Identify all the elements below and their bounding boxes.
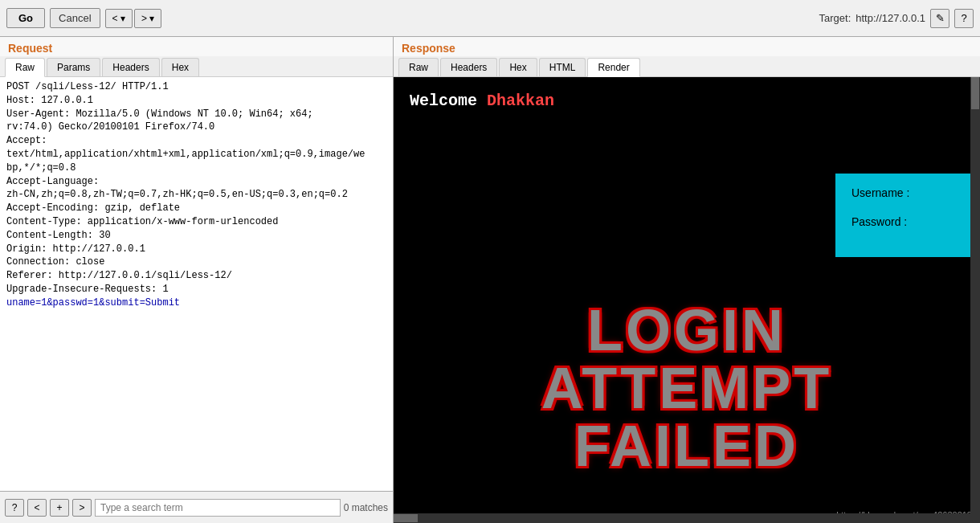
request-tab-bar: Raw Params Headers Hex xyxy=(0,56,393,77)
response-title: Response xyxy=(394,37,980,56)
tab-response-raw[interactable]: Raw xyxy=(398,58,439,76)
target-label: Target: xyxy=(819,12,851,24)
go-button[interactable]: Go xyxy=(6,8,45,28)
bottom-scrollbar-thumb xyxy=(394,514,418,522)
help-button[interactable]: ? xyxy=(954,9,974,28)
tab-response-html[interactable]: HTML xyxy=(539,58,586,76)
tab-raw[interactable]: Raw xyxy=(5,58,45,77)
login-failed-message: LOGIN ATTEMPT FAILED xyxy=(541,301,834,475)
cancel-button[interactable]: Cancel xyxy=(50,8,100,28)
username-label: Username : xyxy=(851,186,956,199)
render-area: Welcome Dhakkan Username : Password : LO… xyxy=(394,77,980,523)
forward-button[interactable]: > ▾ xyxy=(134,9,161,28)
search-input[interactable] xyxy=(95,499,341,517)
post-data: uname=1&passwd=1&submit=Submit xyxy=(6,297,180,308)
request-body-text: POST /sqli/Less-12/ HTTP/1.1 Host: 127.0… xyxy=(6,81,365,295)
target-url: http://127.0.0.1 xyxy=(855,12,925,24)
welcome-bar: Welcome Dhakkan xyxy=(394,77,980,118)
welcome-name: Dhakkan xyxy=(487,92,554,110)
help-icon-button[interactable]: ? xyxy=(5,499,24,517)
response-panel: Response Raw Headers Hex HTML Render Wel… xyxy=(394,37,980,523)
request-panel: Request Raw Params Headers Hex POST /sql… xyxy=(0,37,394,523)
bottom-bar: ? < + > 0 matches xyxy=(0,491,393,523)
request-title: Request xyxy=(0,37,393,56)
nav-buttons: < ▾ > ▾ xyxy=(105,9,162,28)
tab-response-headers[interactable]: Headers xyxy=(440,58,497,76)
welcome-text: Welcome xyxy=(410,92,477,110)
main-content: Request Raw Params Headers Hex POST /sql… xyxy=(0,37,980,523)
tab-hex[interactable]: Hex xyxy=(161,58,199,76)
render-scrollbar-thumb xyxy=(971,77,979,109)
match-count: 0 matches xyxy=(344,502,388,513)
failed-line2: FAILED xyxy=(541,417,834,475)
edit-target-button[interactable]: ✎ xyxy=(930,9,949,28)
tab-headers[interactable]: Headers xyxy=(102,58,159,76)
next-match-button[interactable]: > xyxy=(72,499,92,517)
add-button[interactable]: + xyxy=(50,499,69,517)
response-tab-bar: Raw Headers Hex HTML Render xyxy=(394,56,980,77)
tab-response-render[interactable]: Render xyxy=(587,58,639,77)
tab-params[interactable]: Params xyxy=(47,58,100,76)
login-box: Username : Password : xyxy=(835,174,972,257)
render-scrollbar[interactable] xyxy=(970,77,980,523)
toolbar: Go Cancel < ▾ > ▾ Target: http://127.0.0… xyxy=(0,0,980,37)
target-area: Target: http://127.0.0.1 ✎ ? xyxy=(819,9,974,28)
tab-response-hex[interactable]: Hex xyxy=(499,58,537,76)
prev-match-button[interactable]: < xyxy=(27,499,47,517)
request-body: POST /sqli/Less-12/ HTTP/1.1 Host: 127.0… xyxy=(0,77,393,491)
failed-line1: LOGIN ATTEMPT xyxy=(541,301,834,417)
bottom-scrollbar[interactable] xyxy=(394,513,970,523)
back-button[interactable]: < ▾ xyxy=(105,9,133,28)
password-label: Password : xyxy=(851,215,956,228)
